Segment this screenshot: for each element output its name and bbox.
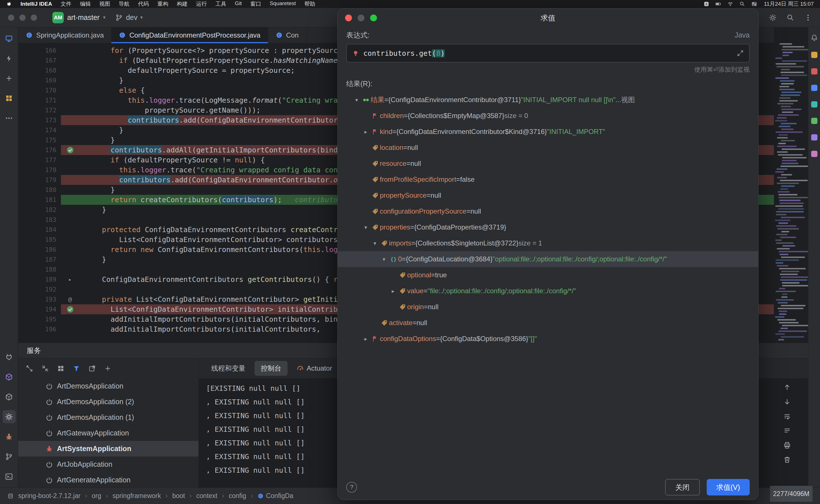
expand-editor-icon[interactable] bbox=[737, 49, 744, 57]
dialog-close-button[interactable] bbox=[345, 15, 352, 21]
line-number[interactable]: 186 bbox=[18, 245, 61, 255]
line-number[interactable]: 169 bbox=[18, 75, 61, 85]
plugin-icon-6[interactable] bbox=[811, 134, 817, 141]
editor-tab-Con[interactable]: CCon bbox=[268, 27, 306, 43]
breadcrumb-context[interactable]: context bbox=[196, 492, 217, 500]
branch-selector[interactable]: dev ▾ bbox=[115, 13, 143, 22]
clear-console-icon[interactable] bbox=[783, 456, 791, 464]
tree-row-value[interactable]: ▸value = "file:./;optional:file:./config… bbox=[338, 283, 758, 299]
tree-row-configDataOptions[interactable]: ▸configDataOptions = {ConfigData$Options… bbox=[338, 331, 758, 347]
menu-文件[interactable]: 文件 bbox=[61, 0, 71, 8]
chevron-right-icon[interactable]: ▸ bbox=[361, 129, 370, 135]
tree-row-resource[interactable]: resource = null bbox=[338, 156, 758, 172]
service-ArtSystemApplication[interactable]: ArtSystemApplication bbox=[18, 441, 198, 457]
console-tab-Actuator[interactable]: Actuator bbox=[291, 362, 338, 375]
tree-row-origin[interactable]: origin = null bbox=[338, 299, 758, 315]
breadcrumb-ConfigDa[interactable]: CConfigDa bbox=[258, 492, 293, 500]
line-number[interactable]: 188 bbox=[18, 265, 61, 274]
commit-icon[interactable] bbox=[3, 52, 16, 65]
menu-Squaretest[interactable]: Squaretest bbox=[270, 0, 296, 8]
debug-stripe-icon[interactable] bbox=[3, 430, 16, 443]
dependencies-stripe-icon[interactable] bbox=[3, 390, 16, 403]
line-number[interactable]: 187 bbox=[18, 255, 61, 265]
window-minimize-button[interactable] bbox=[19, 15, 26, 21]
open-in-new-icon[interactable] bbox=[88, 365, 96, 372]
menu-窗口[interactable]: 窗口 bbox=[250, 0, 261, 8]
app-menu[interactable]: IntelliJ IDEA bbox=[20, 1, 52, 7]
filter-icon[interactable] bbox=[73, 365, 80, 372]
tree-row-0[interactable]: ▾{ }0 = {ConfigDataLocation@3684} "optio… bbox=[338, 251, 758, 267]
remote-dev-icon[interactable] bbox=[3, 32, 16, 45]
line-number[interactable]: 189 bbox=[18, 274, 61, 284]
tree-row-properties[interactable]: ▾properties = {ConfigDataProperties@3719… bbox=[338, 219, 758, 235]
menu-工具[interactable]: 工具 bbox=[216, 0, 227, 8]
help-icon[interactable]: ? bbox=[346, 482, 357, 493]
soft-wrap-icon[interactable] bbox=[783, 412, 791, 420]
tree-row-location[interactable]: location = null bbox=[338, 140, 758, 156]
chevron-down-icon[interactable]: ▾ bbox=[370, 240, 380, 247]
breadcrumb-config[interactable]: config bbox=[229, 492, 246, 500]
line-number[interactable]: 171 bbox=[18, 95, 61, 105]
service-ArtJobApplication[interactable]: ArtJobApplication bbox=[18, 457, 198, 472]
console-tab-线程和变量[interactable]: 线程和变量 bbox=[205, 361, 252, 376]
window-close-button[interactable] bbox=[8, 15, 14, 21]
chevron-down-icon[interactable]: ▾ bbox=[352, 97, 361, 103]
scroll-down-icon[interactable] bbox=[783, 398, 791, 406]
tree-row-imports[interactable]: ▾imports = {Collections$SingletonList@37… bbox=[338, 235, 758, 251]
line-number[interactable]: 193 bbox=[18, 294, 61, 304]
menu-编辑[interactable]: 编辑 bbox=[80, 0, 91, 8]
console-tab-控制台[interactable]: 控制台 bbox=[255, 361, 288, 376]
more-tool-windows-icon[interactable] bbox=[3, 111, 16, 125]
scroll-to-end-icon[interactable] bbox=[783, 427, 791, 435]
line-number[interactable]: 185 bbox=[18, 235, 61, 245]
breadcrumb-org[interactable]: org bbox=[92, 492, 101, 500]
service-ArtGenerateApplication[interactable]: ArtGenerateApplication bbox=[18, 472, 198, 488]
add-tool-icon[interactable] bbox=[3, 72, 16, 85]
line-number[interactable]: 178 bbox=[18, 165, 61, 175]
editor-tab-ConfigDataEnvironmentPostProcessor.java[interactable]: CConfigDataEnvironmentPostProcessor.java bbox=[111, 27, 268, 43]
breakpoint-verified-icon[interactable] bbox=[61, 145, 79, 155]
line-number[interactable]: 173 bbox=[18, 115, 61, 125]
line-number[interactable]: 196 bbox=[18, 324, 61, 334]
chevron-right-icon[interactable]: ▸ bbox=[361, 336, 370, 342]
search-icon[interactable] bbox=[786, 14, 794, 22]
print-icon[interactable] bbox=[783, 441, 791, 449]
menu-Git[interactable]: Git bbox=[235, 0, 242, 8]
line-number[interactable]: 181 bbox=[18, 195, 61, 205]
chevron-down-icon[interactable]: ▾ bbox=[361, 224, 370, 231]
tree-row-propertySource[interactable]: propertySource = null bbox=[338, 187, 758, 203]
line-number[interactable]: 182 bbox=[18, 205, 61, 215]
battery-icon[interactable] bbox=[716, 1, 721, 7]
collapse-all-icon[interactable] bbox=[41, 365, 49, 372]
menu-视图[interactable]: 视图 bbox=[99, 0, 110, 8]
line-number[interactable]: 166 bbox=[18, 46, 61, 55]
scroll-up-icon[interactable] bbox=[783, 383, 791, 391]
line-number[interactable]: 167 bbox=[18, 55, 61, 65]
settings-icon[interactable] bbox=[769, 14, 777, 22]
line-number[interactable]: 175 bbox=[18, 135, 61, 145]
line-number[interactable]: 177 bbox=[18, 155, 61, 165]
menu-构建[interactable]: 构建 bbox=[177, 0, 187, 8]
line-number[interactable]: 179 bbox=[18, 175, 61, 185]
settings-stripe-icon[interactable] bbox=[3, 410, 16, 423]
kebab-menu-icon[interactable] bbox=[804, 14, 812, 22]
editor-tab-SpringApplication.java[interactable]: CSpringApplication.java bbox=[18, 27, 111, 43]
tree-row-fromProfileSpecificImport[interactable]: fromProfileSpecificImport = false bbox=[338, 172, 758, 187]
memory-indicator[interactable]: 2277/4096M bbox=[770, 486, 813, 502]
add-service-icon[interactable] bbox=[104, 365, 112, 372]
menu-重构[interactable]: 重构 bbox=[157, 0, 168, 8]
spotlight-icon[interactable] bbox=[739, 1, 745, 7]
terminal-stripe-icon[interactable] bbox=[3, 470, 16, 483]
line-number[interactable]: 194 bbox=[18, 304, 61, 314]
tree-row-children[interactable]: children = {Collections$EmptyMap@3587} s… bbox=[338, 108, 758, 124]
line-number[interactable]: 183 bbox=[18, 215, 61, 225]
window-zoom-button[interactable] bbox=[31, 15, 37, 21]
intention-bulb-icon[interactable] bbox=[352, 49, 359, 57]
git-stripe-icon[interactable] bbox=[3, 450, 16, 463]
close-button[interactable]: 关闭 bbox=[665, 479, 700, 495]
line-number[interactable]: 170 bbox=[18, 85, 61, 95]
control-center-icon[interactable] bbox=[751, 1, 757, 7]
notifications-icon[interactable] bbox=[811, 34, 818, 42]
plugin-icon-2[interactable] bbox=[811, 68, 817, 75]
plugin-icon-1[interactable] bbox=[811, 52, 817, 58]
